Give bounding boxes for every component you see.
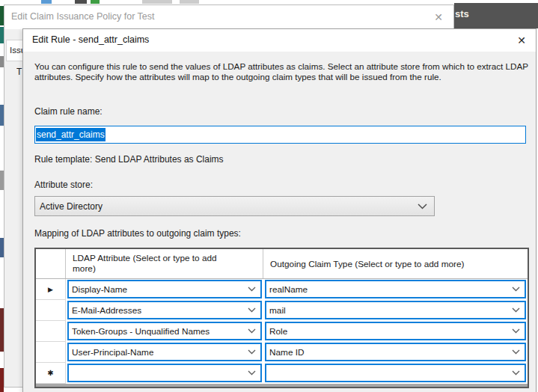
rule-template-text: Rule template: Send LDAP Attributes as C… bbox=[34, 154, 224, 165]
close-icon[interactable]: ✕ bbox=[430, 9, 447, 25]
background-toolbar-icon-fragment bbox=[41, 0, 52, 4]
chevron-down-icon bbox=[418, 203, 427, 209]
current-row-arrow-icon: ▶ bbox=[48, 286, 53, 293]
outgoing-claim-type-combobox[interactable]: mail bbox=[265, 301, 526, 319]
edit-rule-dialog: Edit Rule - send_attr_claims ✕ You can c… bbox=[22, 28, 537, 392]
background-window-title-fragment: sts bbox=[455, 8, 469, 19]
new-row-asterisk-icon: ✱ bbox=[47, 369, 53, 377]
grid-cell: Name ID bbox=[263, 342, 528, 363]
close-icon[interactable]: ✕ bbox=[512, 31, 531, 49]
attribute-store-value: Active Directory bbox=[40, 201, 103, 212]
table-row: User-Principal-Name Name ID bbox=[36, 342, 528, 363]
grid-cell bbox=[263, 363, 528, 384]
chevron-down-icon bbox=[512, 349, 520, 355]
row-selector-cell[interactable] bbox=[36, 300, 66, 321]
combobox-value: Token-Groups - Unqualified Names bbox=[72, 326, 210, 337]
ldap-attribute-combobox[interactable]: Token-Groups - Unqualified Names bbox=[67, 322, 262, 340]
screen: sts Edit Claim Issuance Policy for Test … bbox=[0, 0, 538, 392]
outer-dialog-title: Edit Claim Issuance Policy for Test bbox=[11, 11, 155, 22]
mapping-label: Mapping of LDAP attributes to outgoing c… bbox=[34, 228, 241, 239]
table-row-new: ✱ bbox=[36, 363, 528, 384]
grid-header-row: LDAP Attribute (Select or type to add mo… bbox=[36, 249, 528, 279]
combobox-value: Role bbox=[269, 326, 287, 337]
grid-cell: mail bbox=[263, 300, 528, 321]
outgoing-claim-type-combobox[interactable] bbox=[265, 364, 526, 382]
ldap-attribute-combobox[interactable]: E-Mail-Addresses bbox=[67, 301, 262, 319]
claim-rule-name-label: Claim rule name: bbox=[34, 106, 103, 117]
table-row: ▶ Display-Name realName bbox=[36, 279, 528, 300]
chevron-down-icon bbox=[512, 287, 520, 292]
dialog-title: Edit Rule - send_attr_claims bbox=[32, 34, 149, 45]
chevron-down-icon bbox=[248, 287, 256, 292]
grid-cell: E-Mail-Addresses bbox=[66, 300, 263, 321]
background-toolbar-icon-fragment bbox=[180, 0, 199, 4]
table-row: E-Mail-Addresses mail bbox=[36, 300, 528, 321]
outgoing-claim-type-combobox[interactable]: Name ID bbox=[265, 343, 526, 361]
claim-rule-name-input[interactable]: send_attr_claims bbox=[34, 126, 526, 144]
attribute-store-combobox[interactable]: Active Directory bbox=[34, 196, 435, 216]
combobox-value: User-Principal-Name bbox=[72, 347, 153, 358]
chevron-down-icon bbox=[512, 307, 520, 313]
combobox-value: Display-Name bbox=[72, 284, 127, 295]
ldap-attribute-combobox[interactable] bbox=[67, 364, 262, 382]
combobox-value: E-Mail-Addresses bbox=[72, 305, 141, 316]
column-header-label: Outgoing Claim Type (Select or type to a… bbox=[270, 259, 464, 269]
chevron-down-icon bbox=[248, 370, 256, 376]
ldap-attribute-combobox[interactable]: Display-Name bbox=[67, 280, 262, 298]
row-selector-cell[interactable] bbox=[36, 321, 66, 342]
chevron-down-icon bbox=[248, 328, 256, 334]
ldap-mapping-grid: LDAP Attribute (Select or type to add mo… bbox=[34, 248, 529, 388]
combobox-value: realName bbox=[269, 284, 308, 295]
ldap-attribute-combobox[interactable]: User-Principal-Name bbox=[67, 343, 262, 361]
row-selector-cell[interactable]: ▶ bbox=[36, 279, 66, 300]
grid-corner-header[interactable] bbox=[36, 249, 66, 278]
combobox-value: mail bbox=[269, 305, 286, 316]
table-row: Token-Groups - Unqualified Names Role bbox=[36, 321, 528, 342]
grid-cell: User-Principal-Name bbox=[66, 342, 263, 363]
tab-issuance-transform-rules[interactable]: Issuance bbox=[6, 40, 24, 61]
outgoing-claim-type-combobox[interactable]: realName bbox=[265, 280, 526, 298]
column-header-label: LDAP Attribute (Select or type to add mo… bbox=[73, 253, 228, 274]
grid-cell: Token-Groups - Unqualified Names bbox=[66, 321, 263, 342]
background-window-band: sts bbox=[454, 3, 538, 28]
column-header-outgoing-claim-type[interactable]: Outgoing Claim Type (Select or type to a… bbox=[263, 249, 528, 278]
chevron-down-icon bbox=[512, 370, 520, 376]
chevron-down-icon bbox=[248, 349, 256, 355]
background-toolbar-icon-fragment bbox=[91, 0, 100, 4]
attribute-store-label: Attribute store: bbox=[34, 180, 93, 190]
claim-rule-name-value: send_attr_claims bbox=[36, 128, 106, 141]
grid-cell: Display-Name bbox=[66, 279, 263, 300]
chevron-down-icon bbox=[512, 328, 520, 334]
outgoing-claim-type-combobox[interactable]: Role bbox=[265, 322, 526, 340]
column-header-ldap-attribute[interactable]: LDAP Attribute (Select or type to add mo… bbox=[66, 249, 263, 278]
rule-description-text: You can configure this rule to send the … bbox=[34, 61, 530, 82]
row-selector-cell[interactable] bbox=[36, 342, 66, 363]
background-toolbar-icon-fragment bbox=[75, 0, 87, 4]
grid-cell bbox=[66, 363, 263, 384]
grid-cell: Role bbox=[263, 321, 528, 342]
grid-cell: realName bbox=[263, 279, 528, 300]
background-toolbar-icon-fragment bbox=[142, 0, 172, 4]
row-selector-cell[interactable]: ✱ bbox=[36, 363, 66, 384]
combobox-value: Name ID bbox=[269, 347, 305, 358]
chevron-down-icon bbox=[248, 307, 256, 313]
